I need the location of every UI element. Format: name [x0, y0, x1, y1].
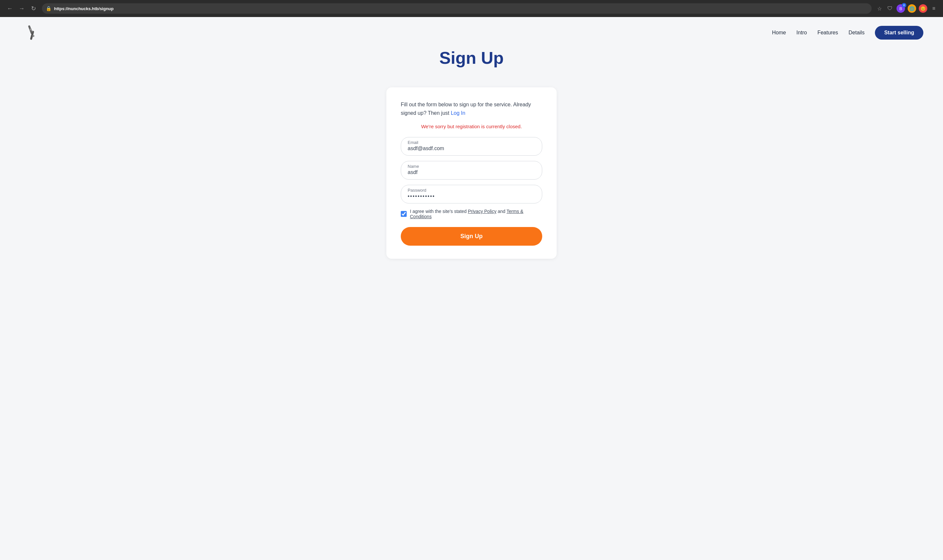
url-prefix: https://	[54, 6, 68, 11]
nav-details[interactable]: Details	[849, 30, 865, 35]
browser-right-icons: ☆ 🛡 B 8 🌐 😊 ≡	[875, 4, 938, 13]
navbar: Home Intro Features Details Start sellin…	[0, 17, 943, 48]
pocket-icon[interactable]: 🛡	[886, 5, 894, 12]
intro-prefix: Fill out the form below to sign up for t…	[401, 102, 531, 116]
url-domain: nunchucks.htb	[68, 6, 98, 11]
profile-orange-icon[interactable]: 🌐	[908, 4, 916, 13]
login-link[interactable]: Log In	[451, 110, 465, 116]
svg-point-4	[32, 35, 34, 37]
profile-purple-icon[interactable]: B 8	[897, 4, 905, 13]
password-input[interactable]	[407, 193, 536, 199]
nav-home[interactable]: Home	[772, 30, 786, 35]
error-message: We're sorry but registration is currentl…	[401, 124, 542, 129]
star-icon[interactable]: ☆	[875, 5, 883, 12]
email-group: Email	[401, 137, 542, 156]
privacy-policy-link[interactable]: Privacy Policy	[468, 209, 496, 214]
menu-icon[interactable]: ≡	[930, 5, 938, 12]
signup-button[interactable]: Sign Up	[401, 227, 542, 246]
terms-pre: I agree with the site's stated	[410, 209, 468, 214]
email-label: Email	[407, 140, 536, 145]
terms-checkbox-row: I agree with the site's stated Privacy P…	[401, 209, 542, 219]
password-field-wrapper: Password	[401, 185, 542, 203]
nav-intro[interactable]: Intro	[796, 30, 807, 35]
name-field-wrapper: Name	[401, 161, 542, 180]
terms-mid: and	[496, 209, 506, 214]
start-selling-button[interactable]: Start selling	[875, 26, 923, 40]
terms-checkbox[interactable]	[401, 211, 407, 217]
forward-button[interactable]: →	[17, 4, 26, 13]
page: Home Intro Features Details Start sellin…	[0, 17, 943, 560]
url-display: https://nunchucks.htb/signup	[54, 6, 868, 11]
browser-chrome: ← → ↻ 🔒 https://nunchucks.htb/signup ☆ 🛡…	[0, 0, 943, 17]
nav-links: Home Intro Features Details Start sellin…	[772, 26, 923, 40]
security-icon: 🔒	[46, 6, 51, 11]
url-path: /signup	[99, 6, 114, 11]
logo	[20, 23, 43, 42]
refresh-button[interactable]: ↻	[29, 4, 38, 13]
page-title: Sign Up	[20, 48, 923, 68]
profile-red-icon[interactable]: 😊	[919, 4, 927, 13]
logo-svg	[20, 23, 43, 42]
svg-point-3	[30, 28, 32, 31]
terms-label: I agree with the site's stated Privacy P…	[410, 209, 542, 219]
email-input[interactable]	[407, 146, 536, 151]
signup-form-container: Fill out the form below to sign up for t…	[386, 87, 557, 259]
password-label: Password	[407, 188, 536, 193]
notification-badge: 8	[902, 3, 906, 8]
main-content: Sign Up Fill out the form below to sign …	[0, 48, 943, 278]
browser-nav-buttons: ← → ↻	[5, 4, 38, 13]
form-intro-text: Fill out the form below to sign up for t…	[401, 100, 542, 117]
password-group: Password	[401, 185, 542, 203]
address-bar[interactable]: 🔒 https://nunchucks.htb/signup	[42, 3, 872, 14]
name-label: Name	[407, 164, 536, 169]
back-button[interactable]: ←	[5, 4, 14, 13]
nav-features[interactable]: Features	[817, 30, 838, 35]
name-group: Name	[401, 161, 542, 180]
name-input[interactable]	[407, 169, 536, 175]
email-field-wrapper: Email	[401, 137, 542, 156]
